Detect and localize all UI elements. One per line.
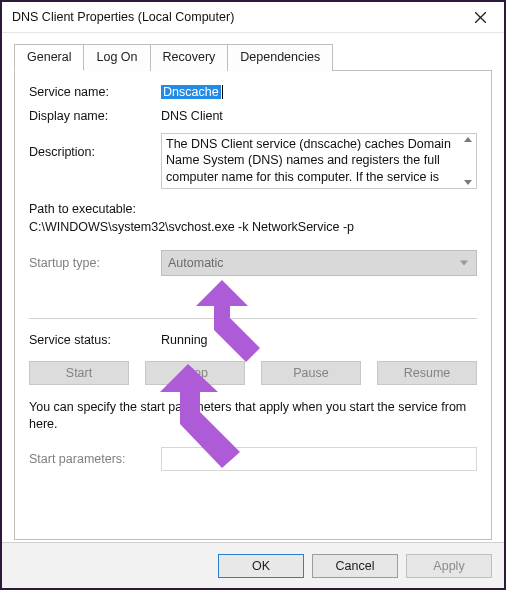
tab-log-on[interactable]: Log On — [84, 44, 150, 71]
tab-panel-general: Service name: Dnscache Display name: DNS… — [14, 70, 492, 540]
scroll-down-icon[interactable] — [464, 180, 472, 185]
cancel-button[interactable]: Cancel — [312, 554, 398, 578]
startup-type-value: Automatic — [168, 256, 224, 270]
properties-window: DNS Client Properties (Local Computer) G… — [0, 0, 506, 590]
display-name-label: Display name: — [29, 109, 161, 123]
divider — [29, 318, 477, 319]
description-text: The DNS Client service (dnscache) caches… — [166, 137, 451, 184]
path-value: C:\WINDOWS\system32\svchost.exe -k Netwo… — [29, 219, 477, 237]
tab-recovery[interactable]: Recovery — [151, 44, 229, 71]
apply-button[interactable]: Apply — [406, 554, 492, 578]
start-params-input[interactable] — [161, 447, 477, 471]
close-icon — [475, 12, 486, 23]
tab-general[interactable]: General — [14, 44, 84, 71]
service-status-value: Running — [161, 333, 208, 347]
startup-type-combo[interactable]: Automatic — [161, 250, 477, 276]
scroll-up-icon[interactable] — [464, 137, 472, 142]
description-label: Description: — [29, 133, 161, 159]
chevron-down-icon — [460, 261, 468, 266]
stop-button[interactable]: Stop — [145, 361, 245, 385]
service-name-value: Dnscache — [161, 85, 221, 99]
resume-button[interactable]: Resume — [377, 361, 477, 385]
ok-button[interactable]: OK — [218, 554, 304, 578]
tab-dependencies[interactable]: Dependencies — [228, 44, 333, 71]
start-params-label: Start parameters: — [29, 452, 161, 466]
service-status-label: Service status: — [29, 333, 161, 347]
dialog-footer: OK Cancel Apply — [2, 542, 504, 588]
window-title: DNS Client Properties (Local Computer) — [12, 10, 234, 24]
path-label: Path to executable: — [29, 201, 477, 219]
description-box[interactable]: The DNS Client service (dnscache) caches… — [161, 133, 477, 189]
tab-strip: General Log On Recovery Dependencies — [14, 44, 492, 71]
titlebar: DNS Client Properties (Local Computer) — [2, 2, 504, 33]
start-params-note: You can specify the start parameters tha… — [29, 399, 477, 433]
service-name-label: Service name: — [29, 85, 161, 99]
startup-type-label: Startup type: — [29, 256, 161, 270]
pause-button[interactable]: Pause — [261, 361, 361, 385]
start-button[interactable]: Start — [29, 361, 129, 385]
description-scrollbar[interactable] — [460, 134, 476, 188]
close-button[interactable] — [460, 3, 500, 31]
display-name-value: DNS Client — [161, 109, 223, 123]
